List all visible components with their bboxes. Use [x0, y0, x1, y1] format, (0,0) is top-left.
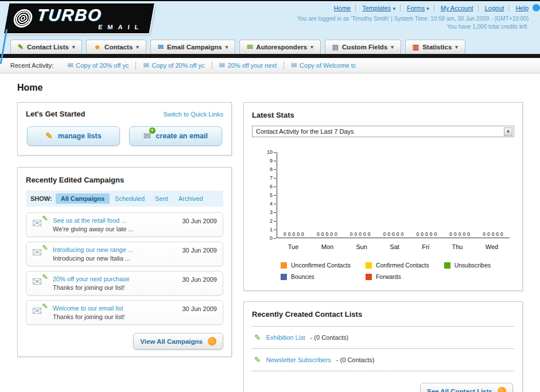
link-my-account[interactable]: My Account	[436, 5, 479, 11]
manage-lists-button[interactable]: ✎ manage lists	[27, 126, 120, 146]
turbo-email-logo: TURBO EMAIL	[4, 3, 154, 33]
contact-list-count: - (0 Contacts)	[336, 356, 375, 363]
chart-value-group: 00000	[449, 231, 470, 238]
campaign-list: ✉✎ See us at the retail food ... We're g…	[26, 212, 223, 325]
logo-swirl-icon	[12, 9, 34, 28]
autoresponders-icon: ✉	[247, 44, 252, 51]
campaign-filter-tabs: SHOW: All Campaigns Scheduled Sent Archi…	[26, 191, 223, 207]
arrow-right-icon: →	[498, 387, 506, 392]
chart-day-label: Wed	[485, 243, 498, 250]
legend-swatch	[281, 274, 287, 280]
tab-sent[interactable]: Sent	[150, 193, 173, 204]
campaign-title-link[interactable]: 20% off your next purchase	[53, 275, 176, 282]
recent-activity-item[interactable]: ✉ 20% off your next	[212, 61, 284, 69]
chart-value-group: 00000	[350, 231, 371, 238]
campaign-subtitle: Thanks for joining our list!	[53, 313, 176, 320]
contact-activity-chart: 109876543210 000000000000000000000000000…	[267, 152, 510, 250]
chart-day-label: Fri	[422, 243, 429, 250]
recent-activity-item[interactable]: ✉ Copy of 20% off yc	[136, 61, 212, 69]
campaign-title-link[interactable]: Welcome to our email list	[53, 305, 176, 312]
legend-swatch	[366, 262, 372, 269]
recent-activity-item[interactable]: ✉ Copy of Welcome tc	[284, 61, 363, 69]
recently-created-contact-lists-panel: Recently Created Contact Lists ✎ Exhibit…	[243, 301, 523, 392]
contact-lists-title: Recently Created Contact Lists	[252, 310, 362, 319]
campaign-row[interactable]: ✉✎ Welcome to our email list Thanks for …	[26, 300, 223, 325]
nav-tab-custom-fields[interactable]: ▤ Custom Fields ▾	[325, 40, 401, 54]
tab-archived[interactable]: Archived	[173, 193, 208, 204]
legend-swatch	[366, 274, 372, 280]
legend-item: Unconfirmed Contacts	[281, 262, 351, 269]
campaigns-title: Recently Edited Campaigns	[26, 176, 124, 184]
link-forms[interactable]: Forms▾	[402, 5, 434, 11]
chart-day-label: Sat	[390, 243, 399, 250]
login-info: You are logged in as 'Timothy Smith' | S…	[297, 15, 529, 22]
view-all-campaigns-button[interactable]: View All Campaigns →	[133, 333, 223, 350]
statistics-icon: ▥	[413, 44, 419, 51]
link-help[interactable]: Help	[511, 5, 529, 11]
chart-y-tick-label: 4	[270, 201, 276, 207]
create-email-button[interactable]: ✉+ create an email	[129, 126, 222, 146]
chart-value-group: 00000	[317, 231, 337, 238]
email-icon: ✉	[291, 61, 297, 69]
legend-item: Forwards	[366, 273, 429, 280]
contacts-icon: ☻	[94, 44, 101, 51]
tab-scheduled[interactable]: Scheduled	[110, 193, 150, 204]
tab-all-campaigns[interactable]: All Campaigns	[56, 193, 110, 204]
nav-tab-contact-lists[interactable]: ✎ Contact Lists ▾	[10, 40, 82, 54]
link-templates-label: Templates	[362, 5, 391, 11]
plus-icon: +	[149, 127, 156, 134]
nav-tab-email-campaigns[interactable]: ✉ Email Campaigns ▾	[150, 40, 235, 54]
chevron-down-icon: ▾	[391, 44, 394, 50]
recent-activity-text: Copy of 20% off yc	[151, 62, 204, 69]
campaign-row[interactable]: ✉✎ Introducing our new range ... Introdu…	[26, 242, 223, 266]
campaign-date: 30 Jun 2009	[182, 218, 217, 224]
see-all-contact-lists-button[interactable]: See All Contact Lists →	[420, 383, 513, 392]
get-started-panel: Let's Get Started Switch to Quick Links …	[17, 102, 232, 156]
recent-activity-text: Copy of Welcome tc	[300, 62, 356, 69]
divider-bar	[0, 54, 540, 58]
recent-activity-bar: Recent Activity: ✉ Copy of 20% off yc ✉ …	[0, 58, 540, 73]
nav-tab-statistics[interactable]: ▥ Statistics ▾	[405, 40, 465, 54]
link-home[interactable]: Home	[329, 5, 356, 11]
nav-tab-contacts[interactable]: ☻ Contacts ▾	[86, 40, 146, 54]
legend-item: Bounces	[281, 273, 351, 280]
recent-activity-text: Copy of 20% off yc	[76, 62, 129, 69]
edit-campaign-icon: ✉✎	[32, 305, 47, 319]
contact-list-link[interactable]: Newsletter Subscribers	[266, 356, 331, 363]
edit-campaign-icon: ✉✎	[32, 217, 47, 231]
custom-fields-icon: ▤	[332, 44, 339, 51]
recent-activity-item[interactable]: ✉ Copy of 20% off yc	[60, 61, 136, 69]
legend-swatch	[281, 262, 287, 269]
stats-period-select[interactable]: Contact Activity for the Last 7 Days ▾	[252, 126, 514, 137]
decorative-dot	[533, 4, 540, 11]
link-logout[interactable]: Logout	[480, 5, 510, 11]
left-column: Let's Get Started Switch to Quick Links …	[17, 102, 232, 357]
see-all-contact-lists-label: See All Contact Lists	[427, 388, 492, 392]
link-templates[interactable]: Templates▾	[358, 5, 401, 11]
switch-to-quick-links[interactable]: Switch to Quick Links	[163, 111, 223, 118]
contact-list-row: ✎ Newsletter Subscribers - (0 Contacts)	[252, 349, 514, 371]
campaign-row[interactable]: ✉✎ See us at the retail food ... We're g…	[26, 212, 223, 237]
nav-tab-label: Autoresponders	[256, 44, 307, 51]
campaign-row[interactable]: ✉✎ 20% off your next purchase Thanks for…	[26, 271, 223, 296]
nav-tab-autoresponders[interactable]: ✉ Autoresponders ▾	[239, 40, 320, 54]
nav-tab-label: Custom Fields	[342, 44, 387, 51]
show-label: SHOW:	[30, 195, 52, 202]
email-icon: ✉	[219, 61, 225, 69]
legend-label: Forwards	[376, 273, 401, 280]
create-email-label: create an email	[156, 132, 208, 140]
chart-y-tick-label: 1	[270, 227, 276, 232]
chevron-down-icon: ▾	[393, 6, 395, 11]
stats-title: Latest Stats	[252, 111, 294, 119]
chevron-down-icon: ▾	[504, 127, 512, 136]
legend-label: Unsubscribes	[454, 262, 491, 269]
chevron-down-icon: ▾	[72, 44, 75, 50]
header-right: Home Templates▾ Forms▾ My Account Logout…	[297, 5, 529, 30]
chart-y-tick-label: 5	[270, 192, 276, 198]
campaign-title-link[interactable]: See us at the retail food ...	[53, 217, 176, 224]
campaign-title-link[interactable]: Introducing our new range ...	[53, 246, 176, 253]
recent-activity-label: Recent Activity:	[10, 62, 53, 69]
contact-list-link[interactable]: Exhibition List	[266, 334, 305, 341]
contact-list-count: - (0 Contacts)	[310, 334, 349, 341]
chart-y-tick-label: 6	[270, 184, 276, 189]
